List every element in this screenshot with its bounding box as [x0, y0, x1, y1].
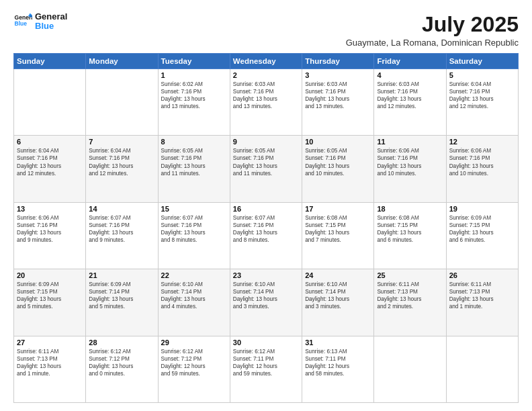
weekday-header-monday: Monday [86, 54, 158, 69]
calendar-cell [86, 69, 158, 136]
logo-general: General [35, 12, 67, 21]
header: General Blue General Blue July 2025 Guay… [13, 12, 519, 48]
day-number: 9 [233, 138, 299, 146]
weekday-header-saturday: Saturday [446, 54, 518, 69]
day-number: 19 [449, 205, 515, 213]
day-detail: Sunrise: 6:05 AM Sunset: 7:16 PM Dayligh… [305, 147, 371, 177]
day-number: 22 [161, 271, 227, 279]
calendar-table: SundayMondayTuesdayWednesdayThursdayFrid… [13, 53, 519, 403]
calendar-cell: 15Sunrise: 6:07 AM Sunset: 7:16 PM Dayli… [158, 202, 230, 269]
day-number: 13 [17, 205, 83, 213]
day-detail: Sunrise: 6:08 AM Sunset: 7:15 PM Dayligh… [377, 214, 443, 244]
day-number: 30 [233, 338, 299, 347]
calendar-cell: 7Sunrise: 6:04 AM Sunset: 7:16 PM Daylig… [86, 136, 158, 202]
day-number: 5 [449, 71, 515, 79]
calendar-cell [374, 336, 446, 402]
calendar-week-2: 6Sunrise: 6:04 AM Sunset: 7:16 PM Daylig… [14, 136, 519, 202]
day-detail: Sunrise: 6:07 AM Sunset: 7:16 PM Dayligh… [233, 214, 299, 244]
day-detail: Sunrise: 6:03 AM Sunset: 7:16 PM Dayligh… [233, 81, 299, 110]
day-detail: Sunrise: 6:06 AM Sunset: 7:16 PM Dayligh… [377, 147, 443, 177]
weekday-header-tuesday: Tuesday [158, 54, 230, 69]
day-detail: Sunrise: 6:10 AM Sunset: 7:14 PM Dayligh… [305, 281, 371, 310]
day-detail: Sunrise: 6:02 AM Sunset: 7:16 PM Dayligh… [161, 81, 227, 110]
day-number: 28 [89, 338, 154, 347]
calendar-cell: 16Sunrise: 6:07 AM Sunset: 7:16 PM Dayli… [230, 202, 302, 269]
day-number: 14 [89, 205, 154, 213]
weekday-header-friday: Friday [374, 54, 446, 69]
day-number: 7 [89, 138, 154, 146]
calendar-cell: 11Sunrise: 6:06 AM Sunset: 7:16 PM Dayli… [374, 136, 446, 202]
calendar-cell [446, 336, 518, 402]
calendar-cell: 2Sunrise: 6:03 AM Sunset: 7:16 PM Daylig… [230, 69, 302, 136]
calendar-cell: 22Sunrise: 6:10 AM Sunset: 7:14 PM Dayli… [158, 269, 230, 336]
calendar-cell: 19Sunrise: 6:09 AM Sunset: 7:15 PM Dayli… [446, 202, 518, 269]
calendar-subtitle: Guaymate, La Romana, Dominican Republic [346, 38, 519, 48]
calendar-cell: 4Sunrise: 6:03 AM Sunset: 7:16 PM Daylig… [374, 69, 446, 136]
weekday-header-thursday: Thursday [302, 54, 374, 69]
day-number: 25 [377, 271, 443, 279]
weekday-header-wednesday: Wednesday [230, 54, 302, 69]
day-number: 27 [17, 338, 83, 347]
calendar-cell: 9Sunrise: 6:05 AM Sunset: 7:16 PM Daylig… [230, 136, 302, 202]
day-detail: Sunrise: 6:12 AM Sunset: 7:12 PM Dayligh… [161, 348, 227, 377]
day-number: 26 [449, 271, 515, 279]
day-detail: Sunrise: 6:04 AM Sunset: 7:16 PM Dayligh… [17, 147, 83, 177]
day-number: 16 [233, 205, 299, 213]
day-detail: Sunrise: 6:09 AM Sunset: 7:15 PM Dayligh… [449, 214, 515, 244]
calendar-cell: 12Sunrise: 6:06 AM Sunset: 7:16 PM Dayli… [446, 136, 518, 202]
day-detail: Sunrise: 6:03 AM Sunset: 7:16 PM Dayligh… [305, 81, 371, 110]
calendar-cell: 29Sunrise: 6:12 AM Sunset: 7:12 PM Dayli… [158, 336, 230, 402]
day-detail: Sunrise: 6:09 AM Sunset: 7:15 PM Dayligh… [17, 281, 83, 310]
calendar-cell: 1Sunrise: 6:02 AM Sunset: 7:16 PM Daylig… [158, 69, 230, 136]
calendar-cell: 28Sunrise: 6:12 AM Sunset: 7:12 PM Dayli… [86, 336, 158, 402]
svg-text:Blue: Blue [15, 21, 28, 28]
day-number: 6 [17, 138, 83, 146]
day-number: 12 [449, 138, 515, 146]
calendar-cell [14, 69, 86, 136]
calendar-cell: 20Sunrise: 6:09 AM Sunset: 7:15 PM Dayli… [14, 269, 86, 336]
day-detail: Sunrise: 6:06 AM Sunset: 7:16 PM Dayligh… [17, 214, 83, 244]
day-detail: Sunrise: 6:07 AM Sunset: 7:16 PM Dayligh… [89, 214, 154, 244]
calendar-cell: 18Sunrise: 6:08 AM Sunset: 7:15 PM Dayli… [374, 202, 446, 269]
calendar-week-1: 1Sunrise: 6:02 AM Sunset: 7:16 PM Daylig… [14, 69, 519, 136]
day-detail: Sunrise: 6:10 AM Sunset: 7:14 PM Dayligh… [161, 281, 227, 310]
calendar-week-4: 20Sunrise: 6:09 AM Sunset: 7:15 PM Dayli… [14, 269, 519, 336]
day-detail: Sunrise: 6:11 AM Sunset: 7:13 PM Dayligh… [377, 281, 443, 310]
day-detail: Sunrise: 6:10 AM Sunset: 7:14 PM Dayligh… [233, 281, 299, 310]
calendar-week-5: 27Sunrise: 6:11 AM Sunset: 7:13 PM Dayli… [14, 336, 519, 402]
day-number: 11 [377, 138, 443, 146]
logo-icon: General Blue [13, 12, 32, 31]
logo-text: General Blue [35, 12, 67, 32]
title-block: July 2025 Guaymate, La Romana, Dominican… [346, 12, 519, 48]
day-detail: Sunrise: 6:04 AM Sunset: 7:16 PM Dayligh… [89, 147, 154, 177]
day-detail: Sunrise: 6:08 AM Sunset: 7:15 PM Dayligh… [305, 214, 371, 244]
day-number: 29 [161, 338, 227, 347]
calendar-cell: 21Sunrise: 6:09 AM Sunset: 7:14 PM Dayli… [86, 269, 158, 336]
calendar-cell: 24Sunrise: 6:10 AM Sunset: 7:14 PM Dayli… [302, 269, 374, 336]
weekday-header-row: SundayMondayTuesdayWednesdayThursdayFrid… [14, 54, 519, 69]
calendar-cell: 8Sunrise: 6:05 AM Sunset: 7:16 PM Daylig… [158, 136, 230, 202]
calendar-cell: 6Sunrise: 6:04 AM Sunset: 7:16 PM Daylig… [14, 136, 86, 202]
day-number: 15 [161, 205, 227, 213]
day-detail: Sunrise: 6:05 AM Sunset: 7:16 PM Dayligh… [161, 147, 227, 177]
calendar-cell: 25Sunrise: 6:11 AM Sunset: 7:13 PM Dayli… [374, 269, 446, 336]
day-number: 21 [89, 271, 154, 279]
day-number: 17 [305, 205, 371, 213]
calendar-cell: 3Sunrise: 6:03 AM Sunset: 7:16 PM Daylig… [302, 69, 374, 136]
calendar-cell: 26Sunrise: 6:11 AM Sunset: 7:13 PM Dayli… [446, 269, 518, 336]
day-number: 20 [17, 271, 83, 279]
day-number: 8 [161, 138, 227, 146]
day-detail: Sunrise: 6:05 AM Sunset: 7:16 PM Dayligh… [233, 147, 299, 177]
calendar-title: July 2025 [346, 12, 519, 37]
day-detail: Sunrise: 6:09 AM Sunset: 7:14 PM Dayligh… [89, 281, 154, 310]
calendar-cell: 23Sunrise: 6:10 AM Sunset: 7:14 PM Dayli… [230, 269, 302, 336]
day-detail: Sunrise: 6:11 AM Sunset: 7:13 PM Dayligh… [17, 348, 83, 377]
calendar-cell: 30Sunrise: 6:12 AM Sunset: 7:11 PM Dayli… [230, 336, 302, 402]
day-detail: Sunrise: 6:12 AM Sunset: 7:12 PM Dayligh… [89, 348, 154, 377]
day-number: 10 [305, 138, 371, 146]
day-detail: Sunrise: 6:04 AM Sunset: 7:16 PM Dayligh… [449, 81, 515, 110]
calendar-cell: 27Sunrise: 6:11 AM Sunset: 7:13 PM Dayli… [14, 336, 86, 402]
day-detail: Sunrise: 6:03 AM Sunset: 7:16 PM Dayligh… [377, 81, 443, 110]
day-number: 3 [305, 71, 371, 79]
calendar-week-3: 13Sunrise: 6:06 AM Sunset: 7:16 PM Dayli… [14, 202, 519, 269]
